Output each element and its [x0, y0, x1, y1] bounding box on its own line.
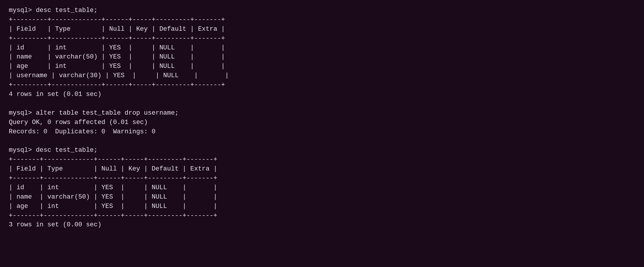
terminal-line: | age | int | YES | | NULL | |	[9, 202, 635, 211]
terminal-line: +---------+-------------+------+-----+--…	[9, 15, 635, 25]
terminal-line: +-------+-------------+------+-----+----…	[9, 211, 635, 221]
terminal-line: 4 rows in set (0.01 sec)	[9, 90, 635, 99]
terminal-line: | username | varchar(30) | YES | | NULL …	[9, 71, 635, 80]
terminal-line: +-------+-------------+------+-----+----…	[9, 174, 635, 183]
terminal-line: | id | int | YES | | NULL | |	[9, 43, 635, 53]
terminal-line: 3 rows in set (0.00 sec)	[9, 220, 635, 230]
terminal-line: | id | int | YES | | NULL | |	[9, 183, 635, 192]
terminal-line: mysql> desc test_table;	[9, 146, 635, 155]
terminal-line: +-------+-------------+------+-----+----…	[9, 155, 635, 164]
terminal-line: +---------+-------------+------+-----+--…	[9, 34, 635, 43]
terminal-line: Query OK, 0 rows affected (0.01 sec)	[9, 118, 635, 127]
terminal-line: Records: 0 Duplicates: 0 Warnings: 0	[9, 127, 635, 137]
terminal-line: | name | varchar(50) | YES | | NULL | |	[9, 52, 635, 62]
terminal-line: mysql> alter table test_table drop usern…	[9, 108, 635, 118]
terminal-line: | name | varchar(50) | YES | | NULL | |	[9, 192, 635, 202]
terminal-line: | Field | Type | Null | Key | Default | …	[9, 164, 635, 174]
terminal-line: mysql> desc test_table;	[9, 6, 635, 15]
terminal-line	[9, 99, 635, 108]
terminal-line: | age | int | YES | | NULL | |	[9, 62, 635, 71]
terminal-line: | Field | Type | Null | Key | Default | …	[9, 25, 635, 34]
terminal-output: mysql> desc test_table;+---------+------…	[9, 6, 635, 230]
terminal-line: +---------+-------------+------+-----+--…	[9, 80, 635, 90]
terminal-line	[9, 136, 635, 146]
